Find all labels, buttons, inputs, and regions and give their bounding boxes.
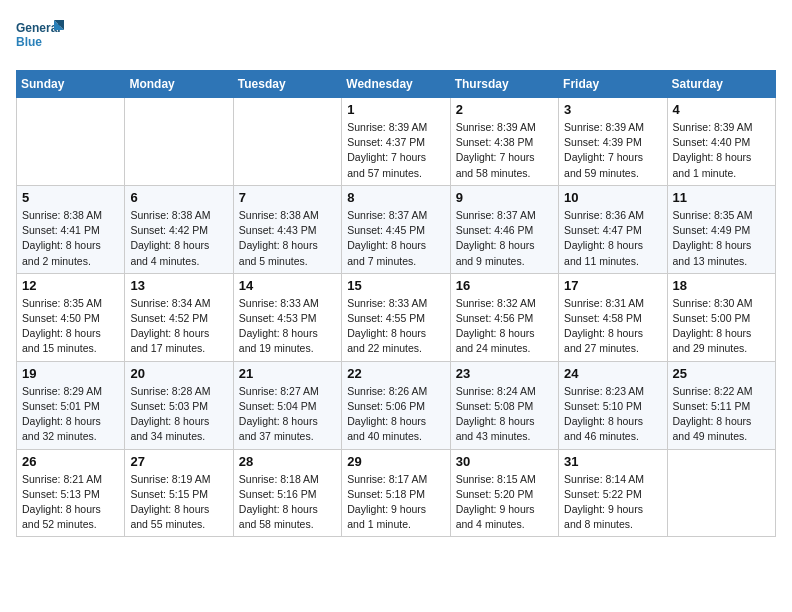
calendar-cell: 8Sunrise: 8:37 AMSunset: 4:45 PMDaylight…	[342, 185, 450, 273]
day-number: 24	[564, 366, 661, 381]
weekday-header-monday: Monday	[125, 71, 233, 98]
calendar-cell: 19Sunrise: 8:29 AMSunset: 5:01 PMDayligh…	[17, 361, 125, 449]
calendar-cell: 12Sunrise: 8:35 AMSunset: 4:50 PMDayligh…	[17, 273, 125, 361]
calendar-week-4: 19Sunrise: 8:29 AMSunset: 5:01 PMDayligh…	[17, 361, 776, 449]
calendar-cell: 24Sunrise: 8:23 AMSunset: 5:10 PMDayligh…	[559, 361, 667, 449]
day-info: Sunrise: 8:18 AMSunset: 5:16 PMDaylight:…	[239, 472, 336, 533]
day-info: Sunrise: 8:33 AMSunset: 4:55 PMDaylight:…	[347, 296, 444, 357]
calendar-week-3: 12Sunrise: 8:35 AMSunset: 4:50 PMDayligh…	[17, 273, 776, 361]
calendar-week-1: 1Sunrise: 8:39 AMSunset: 4:37 PMDaylight…	[17, 98, 776, 186]
day-number: 5	[22, 190, 119, 205]
calendar-cell: 14Sunrise: 8:33 AMSunset: 4:53 PMDayligh…	[233, 273, 341, 361]
day-number: 31	[564, 454, 661, 469]
calendar-cell	[667, 449, 775, 537]
calendar-cell: 10Sunrise: 8:36 AMSunset: 4:47 PMDayligh…	[559, 185, 667, 273]
calendar-cell: 25Sunrise: 8:22 AMSunset: 5:11 PMDayligh…	[667, 361, 775, 449]
day-number: 9	[456, 190, 553, 205]
day-number: 4	[673, 102, 770, 117]
day-info: Sunrise: 8:17 AMSunset: 5:18 PMDaylight:…	[347, 472, 444, 533]
calendar-week-2: 5Sunrise: 8:38 AMSunset: 4:41 PMDaylight…	[17, 185, 776, 273]
calendar-cell: 4Sunrise: 8:39 AMSunset: 4:40 PMDaylight…	[667, 98, 775, 186]
day-number: 1	[347, 102, 444, 117]
day-info: Sunrise: 8:39 AMSunset: 4:38 PMDaylight:…	[456, 120, 553, 181]
day-info: Sunrise: 8:14 AMSunset: 5:22 PMDaylight:…	[564, 472, 661, 533]
day-number: 17	[564, 278, 661, 293]
calendar-cell: 13Sunrise: 8:34 AMSunset: 4:52 PMDayligh…	[125, 273, 233, 361]
day-number: 30	[456, 454, 553, 469]
weekday-header-friday: Friday	[559, 71, 667, 98]
calendar-cell: 29Sunrise: 8:17 AMSunset: 5:18 PMDayligh…	[342, 449, 450, 537]
day-info: Sunrise: 8:15 AMSunset: 5:20 PMDaylight:…	[456, 472, 553, 533]
day-number: 19	[22, 366, 119, 381]
calendar-cell: 15Sunrise: 8:33 AMSunset: 4:55 PMDayligh…	[342, 273, 450, 361]
calendar-cell: 2Sunrise: 8:39 AMSunset: 4:38 PMDaylight…	[450, 98, 558, 186]
logo-svg: General Blue	[16, 16, 66, 58]
svg-text:Blue: Blue	[16, 35, 42, 49]
day-number: 11	[673, 190, 770, 205]
day-number: 6	[130, 190, 227, 205]
calendar-cell: 9Sunrise: 8:37 AMSunset: 4:46 PMDaylight…	[450, 185, 558, 273]
day-number: 26	[22, 454, 119, 469]
day-info: Sunrise: 8:22 AMSunset: 5:11 PMDaylight:…	[673, 384, 770, 445]
svg-text:General: General	[16, 21, 61, 35]
calendar-cell: 17Sunrise: 8:31 AMSunset: 4:58 PMDayligh…	[559, 273, 667, 361]
day-info: Sunrise: 8:30 AMSunset: 5:00 PMDaylight:…	[673, 296, 770, 357]
day-info: Sunrise: 8:24 AMSunset: 5:08 PMDaylight:…	[456, 384, 553, 445]
calendar-cell: 5Sunrise: 8:38 AMSunset: 4:41 PMDaylight…	[17, 185, 125, 273]
calendar-cell: 23Sunrise: 8:24 AMSunset: 5:08 PMDayligh…	[450, 361, 558, 449]
calendar-cell: 30Sunrise: 8:15 AMSunset: 5:20 PMDayligh…	[450, 449, 558, 537]
day-info: Sunrise: 8:23 AMSunset: 5:10 PMDaylight:…	[564, 384, 661, 445]
calendar-cell: 26Sunrise: 8:21 AMSunset: 5:13 PMDayligh…	[17, 449, 125, 537]
page-header: General Blue	[16, 16, 776, 58]
calendar-cell: 11Sunrise: 8:35 AMSunset: 4:49 PMDayligh…	[667, 185, 775, 273]
calendar-cell: 20Sunrise: 8:28 AMSunset: 5:03 PMDayligh…	[125, 361, 233, 449]
day-number: 23	[456, 366, 553, 381]
day-number: 16	[456, 278, 553, 293]
day-info: Sunrise: 8:38 AMSunset: 4:43 PMDaylight:…	[239, 208, 336, 269]
calendar-cell	[125, 98, 233, 186]
day-number: 10	[564, 190, 661, 205]
day-number: 21	[239, 366, 336, 381]
day-info: Sunrise: 8:37 AMSunset: 4:45 PMDaylight:…	[347, 208, 444, 269]
day-info: Sunrise: 8:29 AMSunset: 5:01 PMDaylight:…	[22, 384, 119, 445]
day-info: Sunrise: 8:27 AMSunset: 5:04 PMDaylight:…	[239, 384, 336, 445]
weekday-header-sunday: Sunday	[17, 71, 125, 98]
day-number: 3	[564, 102, 661, 117]
day-info: Sunrise: 8:31 AMSunset: 4:58 PMDaylight:…	[564, 296, 661, 357]
day-info: Sunrise: 8:21 AMSunset: 5:13 PMDaylight:…	[22, 472, 119, 533]
day-number: 12	[22, 278, 119, 293]
calendar-cell: 28Sunrise: 8:18 AMSunset: 5:16 PMDayligh…	[233, 449, 341, 537]
day-info: Sunrise: 8:33 AMSunset: 4:53 PMDaylight:…	[239, 296, 336, 357]
calendar-week-5: 26Sunrise: 8:21 AMSunset: 5:13 PMDayligh…	[17, 449, 776, 537]
calendar-cell: 21Sunrise: 8:27 AMSunset: 5:04 PMDayligh…	[233, 361, 341, 449]
calendar-header-row: SundayMondayTuesdayWednesdayThursdayFrid…	[17, 71, 776, 98]
day-info: Sunrise: 8:37 AMSunset: 4:46 PMDaylight:…	[456, 208, 553, 269]
calendar-cell: 22Sunrise: 8:26 AMSunset: 5:06 PMDayligh…	[342, 361, 450, 449]
day-number: 29	[347, 454, 444, 469]
day-number: 2	[456, 102, 553, 117]
weekday-header-tuesday: Tuesday	[233, 71, 341, 98]
day-number: 28	[239, 454, 336, 469]
day-number: 15	[347, 278, 444, 293]
calendar-cell: 3Sunrise: 8:39 AMSunset: 4:39 PMDaylight…	[559, 98, 667, 186]
day-number: 7	[239, 190, 336, 205]
day-number: 14	[239, 278, 336, 293]
day-info: Sunrise: 8:28 AMSunset: 5:03 PMDaylight:…	[130, 384, 227, 445]
day-info: Sunrise: 8:34 AMSunset: 4:52 PMDaylight:…	[130, 296, 227, 357]
weekday-header-saturday: Saturday	[667, 71, 775, 98]
day-number: 13	[130, 278, 227, 293]
day-info: Sunrise: 8:38 AMSunset: 4:41 PMDaylight:…	[22, 208, 119, 269]
day-number: 18	[673, 278, 770, 293]
logo: General Blue	[16, 16, 66, 58]
day-info: Sunrise: 8:39 AMSunset: 4:40 PMDaylight:…	[673, 120, 770, 181]
day-info: Sunrise: 8:26 AMSunset: 5:06 PMDaylight:…	[347, 384, 444, 445]
calendar-cell: 7Sunrise: 8:38 AMSunset: 4:43 PMDaylight…	[233, 185, 341, 273]
calendar-cell: 27Sunrise: 8:19 AMSunset: 5:15 PMDayligh…	[125, 449, 233, 537]
day-info: Sunrise: 8:39 AMSunset: 4:39 PMDaylight:…	[564, 120, 661, 181]
day-info: Sunrise: 8:19 AMSunset: 5:15 PMDaylight:…	[130, 472, 227, 533]
day-info: Sunrise: 8:38 AMSunset: 4:42 PMDaylight:…	[130, 208, 227, 269]
calendar-cell: 16Sunrise: 8:32 AMSunset: 4:56 PMDayligh…	[450, 273, 558, 361]
day-number: 22	[347, 366, 444, 381]
day-info: Sunrise: 8:36 AMSunset: 4:47 PMDaylight:…	[564, 208, 661, 269]
day-number: 20	[130, 366, 227, 381]
